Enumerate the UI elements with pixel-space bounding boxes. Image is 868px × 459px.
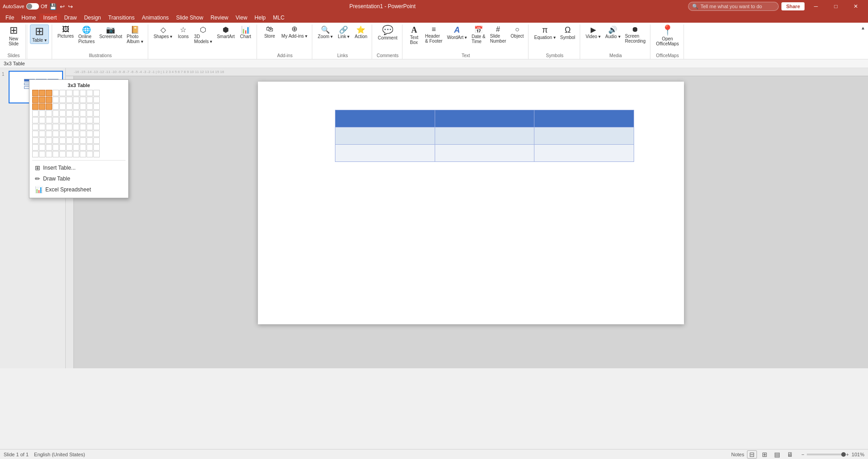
grid-cell[interactable] [53,103,59,110]
table-cell-3-1[interactable] [335,145,435,162]
zoom-btn[interactable]: 🔍 Zoom ▾ [316,24,335,40]
grid-cell[interactable] [87,103,93,110]
grid-cell[interactable] [66,110,73,117]
action-btn[interactable]: ⭐ Action [353,24,369,40]
grid-cell[interactable] [32,103,39,110]
grid-cell[interactable] [59,110,66,117]
grid-cell[interactable] [32,97,39,103]
draw-table-item[interactable]: ✏ Draw Table [32,173,126,184]
grid-cell[interactable] [87,151,93,157]
autosave-toggle[interactable] [26,3,39,10]
grid-cell[interactable] [32,137,39,144]
grid-cell[interactable] [66,131,73,137]
officemaps-btn[interactable]: 📍 OpenOfficeMaps [654,24,680,47]
menu-view[interactable]: View [232,14,251,22]
save-icon[interactable]: 💾 [48,3,58,10]
grid-cell[interactable] [53,137,59,144]
shapes-btn[interactable]: ◇ Shapes ▾ [152,24,175,40]
undo-icon[interactable]: ↩ [59,3,66,10]
grid-cell[interactable] [66,124,73,130]
grid-cell[interactable] [73,151,79,157]
grid-cell[interactable] [87,90,93,96]
grid-cell[interactable] [53,97,59,103]
menu-transitions[interactable]: Transitions [105,14,138,22]
grid-cell[interactable] [80,110,86,117]
grid-cell[interactable] [80,103,86,110]
grid-cell[interactable] [53,144,59,151]
link-btn[interactable]: 🔗 Link ▾ [335,24,352,40]
grid-cell[interactable] [53,110,59,117]
ribbon-collapse-btn[interactable]: ▲ [860,24,866,59]
grid-cell[interactable] [32,131,39,137]
store-btn[interactable]: 🛍 Store [261,24,279,39]
grid-cell[interactable] [66,90,73,96]
grid-cell[interactable] [59,97,66,103]
minimize-button[interactable]: ─ [807,0,824,13]
grid-cell[interactable] [80,137,86,144]
grid-cell[interactable] [66,137,73,144]
grid-cell[interactable] [80,131,86,137]
menu-file[interactable]: File [2,14,18,22]
grid-cell[interactable] [93,103,100,110]
grid-cell[interactable] [46,103,52,110]
share-button[interactable]: Share [781,2,805,10]
menu-mlc[interactable]: MLC [269,14,288,22]
grid-cell[interactable] [32,151,39,157]
grid-cell[interactable] [66,151,73,157]
grid-cell[interactable] [93,124,100,130]
grid-cell[interactable] [39,110,45,117]
grid-cell[interactable] [39,90,45,96]
table-cell-1-1[interactable] [335,110,435,127]
grid-cell[interactable] [73,124,79,130]
table-cell-3-2[interactable] [435,145,534,162]
grid-cell[interactable] [87,131,93,137]
maximize-button[interactable]: □ [827,0,844,13]
grid-cell[interactable] [59,137,66,144]
grid-cell[interactable] [87,97,93,103]
grid-cell[interactable] [46,151,52,157]
grid-cell[interactable] [80,144,86,151]
grid-cell[interactable] [93,131,100,137]
grid-cell[interactable] [87,117,93,123]
slide-number-btn[interactable]: # SlideNumber [488,24,508,44]
menu-draw[interactable]: Draw [60,14,80,22]
redo-icon[interactable]: ↪ [67,3,74,10]
grid-cell[interactable] [32,124,39,130]
grid-cell[interactable] [93,137,100,144]
search-box[interactable]: 🔍 Tell me what you want to do [688,2,779,11]
grid-cell[interactable] [80,151,86,157]
new-slide-btn[interactable]: ⊞ NewSlide [5,24,23,47]
grid-cell[interactable] [53,117,59,123]
grid-cell[interactable] [73,137,79,144]
grid-cell[interactable] [59,131,66,137]
video-btn[interactable]: ▶ Video ▾ [584,24,602,40]
table-cell-1-2[interactable] [435,110,534,127]
grid-cell[interactable] [32,117,39,123]
table-cell-3-3[interactable] [534,145,634,162]
3d-models-btn[interactable]: ⬡ 3DModels ▾ [192,24,214,45]
grid-cell[interactable] [39,124,45,130]
grid-cell[interactable] [59,117,66,123]
smartart-btn[interactable]: ⬢ SmartArt [215,24,236,40]
grid-cell[interactable] [59,151,66,157]
insert-table-item[interactable]: ⊞ Insert Table... [32,162,126,173]
grid-cell[interactable] [80,97,86,103]
grid-cell[interactable] [46,110,52,117]
textbox-btn[interactable]: A TextBox [406,24,422,46]
grid-cell[interactable] [66,117,73,123]
grid-cell[interactable] [73,103,79,110]
date-time-btn[interactable]: 📅 Date &Time [470,24,487,45]
screen-recording-btn[interactable]: ⏺ ScreenRecording [623,24,648,44]
grid-cell[interactable] [66,144,73,151]
grid-cell[interactable] [93,117,100,123]
grid-cell[interactable] [59,124,66,130]
grid-cell[interactable] [46,90,52,96]
menu-review[interactable]: Review [207,14,232,22]
grid-cell[interactable] [46,144,52,151]
table-grid[interactable] [32,90,126,157]
grid-cell[interactable] [39,151,45,157]
grid-cell[interactable] [46,117,52,123]
grid-cell[interactable] [53,124,59,130]
symbol-btn[interactable]: Ω Symbol [558,24,577,41]
photo-album-btn[interactable]: 📔 PhotoAlbum ▾ [125,24,145,45]
